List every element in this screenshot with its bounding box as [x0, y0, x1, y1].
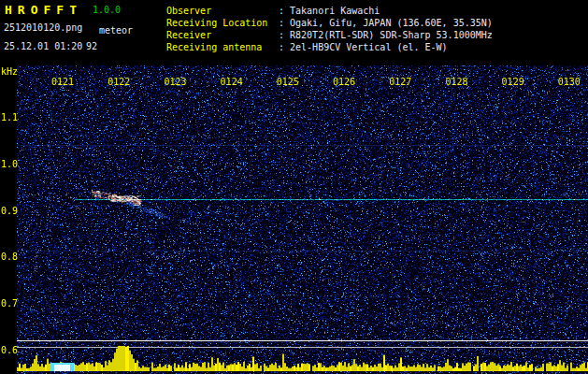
app-version: 1.0.0 — [93, 5, 121, 15]
station-info-label: Receiving antenna — [166, 42, 279, 52]
x-axis-tick-label: 0121 — [51, 77, 74, 87]
y-axis-tick-label: 0.8 — [1, 252, 18, 262]
station-info-value: : R820T2(RTL-SDR) SDR-Sharp 53.1000MHz — [279, 30, 493, 40]
y-axis-tick-label: 0.7 — [1, 298, 18, 309]
station-info-row: Receiving Location: Ogaki, Gifu, JAPAN (… — [166, 18, 493, 30]
y-axis-tick-label: 1.0 — [1, 159, 18, 169]
station-info-row: Receiving antenna: 2el-HB9CV Vertical (e… — [166, 42, 493, 54]
station-info: Observer: Takanori KawachiReceiving Loca… — [166, 6, 493, 54]
station-info-value: : 2el-HB9CV Vertical (el. E-W) — [279, 42, 448, 52]
reference-line-upper — [17, 340, 588, 341]
app-title: HROFFT — [5, 3, 82, 17]
signal-level-canvas — [17, 346, 588, 374]
x-axis-tick-label: 0123 — [164, 77, 186, 87]
y-axis-tick-label: 0.9 — [1, 206, 18, 216]
hrofft-output: HROFFT 1.0.0 2512010120.png meteor 25.12… — [0, 0, 588, 374]
timestamp: 25.12.01 01:20 — [4, 41, 82, 51]
station-info-label: Receiving Location — [166, 18, 279, 28]
x-axis-tick-label: 0126 — [333, 77, 355, 87]
station-info-row: Receiver: R820T2(RTL-SDR) SDR-Sharp 53.1… — [166, 30, 493, 42]
echo-count: 92 — [86, 41, 97, 51]
header: HROFFT 1.0.0 2512010120.png meteor 25.12… — [0, 0, 588, 65]
y-axis-unit: kHz — [1, 66, 18, 77]
output-filename: 2512010120.png — [4, 22, 82, 33]
station-info-row: Observer: Takanori Kawachi — [166, 6, 493, 18]
spectrogram-canvas — [17, 65, 588, 374]
station-info-label: Observer — [166, 6, 279, 16]
x-axis-tick-label: 0124 — [221, 77, 243, 87]
spectrogram-plot: kHz 012101220123012401250126012701280129… — [0, 65, 588, 374]
station-info-value: : Ogaki, Gifu, JAPAN (136.60E, 35.35N) — [279, 18, 493, 28]
x-axis-tick-label: 0122 — [108, 77, 130, 87]
station-info-label: Receiver — [166, 30, 279, 40]
x-axis-tick-label: 0129 — [502, 77, 524, 87]
mode-label: meteor — [99, 25, 133, 36]
station-info-value: : Takanori Kawachi — [279, 6, 380, 16]
y-axis-tick-label: 1.1 — [1, 112, 18, 122]
x-axis-tick-label: 0130 — [558, 77, 581, 87]
x-axis-tick-label: 0127 — [389, 77, 411, 87]
x-axis-tick-label: 0125 — [277, 77, 299, 87]
x-axis-tick-label: 0128 — [445, 77, 467, 87]
y-axis-tick-label: 0.6 — [1, 345, 18, 355]
